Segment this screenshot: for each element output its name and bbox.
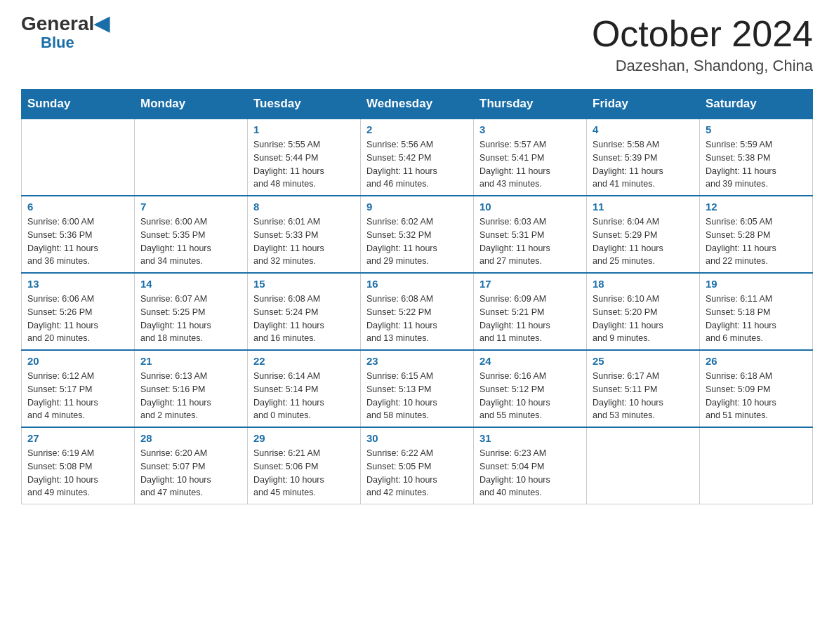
day-cell: 18Sunrise: 6:10 AMSunset: 5:20 PMDayligh… xyxy=(587,273,700,350)
day-cell xyxy=(587,427,700,504)
day-info: Sunrise: 6:08 AMSunset: 5:22 PMDaylight:… xyxy=(366,293,468,345)
day-number: 28 xyxy=(140,432,241,444)
day-cell: 5Sunrise: 5:59 AMSunset: 5:38 PMDaylight… xyxy=(700,119,813,196)
day-number: 23 xyxy=(366,355,468,367)
day-info: Sunrise: 6:09 AMSunset: 5:21 PMDaylight:… xyxy=(479,293,581,345)
day-cell: 27Sunrise: 6:19 AMSunset: 5:08 PMDayligh… xyxy=(22,427,135,504)
day-info: Sunrise: 5:55 AMSunset: 5:44 PMDaylight:… xyxy=(253,138,355,191)
day-info: Sunrise: 6:15 AMSunset: 5:13 PMDaylight:… xyxy=(366,370,468,422)
day-info: Sunrise: 6:07 AMSunset: 5:25 PMDaylight:… xyxy=(140,293,241,345)
day-number: 15 xyxy=(253,278,355,290)
day-cell: 7Sunrise: 6:00 AMSunset: 5:35 PMDaylight… xyxy=(135,196,248,273)
day-info: Sunrise: 6:02 AMSunset: 5:32 PMDaylight:… xyxy=(366,215,468,268)
day-cell: 3Sunrise: 5:57 AMSunset: 5:41 PMDaylight… xyxy=(474,119,587,196)
day-info: Sunrise: 6:13 AMSunset: 5:16 PMDaylight:… xyxy=(140,370,241,422)
day-cell: 28Sunrise: 6:20 AMSunset: 5:07 PMDayligh… xyxy=(135,427,248,504)
week-row-5: 27Sunrise: 6:19 AMSunset: 5:08 PMDayligh… xyxy=(22,427,813,504)
day-number: 6 xyxy=(27,201,128,213)
day-info: Sunrise: 6:01 AMSunset: 5:33 PMDaylight:… xyxy=(253,215,355,268)
week-row-4: 20Sunrise: 6:12 AMSunset: 5:17 PMDayligh… xyxy=(22,350,813,427)
day-info: Sunrise: 6:22 AMSunset: 5:05 PMDaylight:… xyxy=(366,447,468,499)
day-number: 9 xyxy=(366,201,468,213)
day-cell: 2Sunrise: 5:56 AMSunset: 5:42 PMDaylight… xyxy=(361,119,474,196)
logo: General◀ Blue xyxy=(21,14,110,52)
day-info: Sunrise: 5:59 AMSunset: 5:38 PMDaylight:… xyxy=(706,138,807,191)
day-number: 3 xyxy=(479,123,581,135)
day-number: 21 xyxy=(140,355,241,367)
day-info: Sunrise: 6:17 AMSunset: 5:11 PMDaylight:… xyxy=(593,370,694,422)
day-number: 19 xyxy=(706,278,807,290)
column-header-sunday: Sunday xyxy=(22,90,135,119)
day-info: Sunrise: 6:14 AMSunset: 5:14 PMDaylight:… xyxy=(253,370,355,422)
day-info: Sunrise: 6:10 AMSunset: 5:20 PMDaylight:… xyxy=(593,293,694,345)
day-number: 24 xyxy=(479,355,581,367)
page-header: General◀ Blue October 2024 Dazeshan, Sha… xyxy=(21,14,813,75)
day-cell: 17Sunrise: 6:09 AMSunset: 5:21 PMDayligh… xyxy=(474,273,587,350)
day-number: 25 xyxy=(593,355,694,367)
day-info: Sunrise: 6:03 AMSunset: 5:31 PMDaylight:… xyxy=(479,215,581,268)
day-info: Sunrise: 6:00 AMSunset: 5:35 PMDaylight:… xyxy=(140,215,241,268)
day-number: 17 xyxy=(479,278,581,290)
day-info: Sunrise: 6:21 AMSunset: 5:06 PMDaylight:… xyxy=(253,447,355,499)
day-info: Sunrise: 6:12 AMSunset: 5:17 PMDaylight:… xyxy=(27,370,128,422)
day-cell: 15Sunrise: 6:08 AMSunset: 5:24 PMDayligh… xyxy=(248,273,361,350)
day-info: Sunrise: 6:16 AMSunset: 5:12 PMDaylight:… xyxy=(479,370,581,422)
day-info: Sunrise: 6:11 AMSunset: 5:18 PMDaylight:… xyxy=(706,293,807,345)
day-number: 27 xyxy=(27,432,128,444)
day-cell: 1Sunrise: 5:55 AMSunset: 5:44 PMDaylight… xyxy=(248,119,361,196)
day-cell: 29Sunrise: 6:21 AMSunset: 5:06 PMDayligh… xyxy=(248,427,361,504)
day-number: 13 xyxy=(27,278,128,290)
day-cell: 11Sunrise: 6:04 AMSunset: 5:29 PMDayligh… xyxy=(587,196,700,273)
day-info: Sunrise: 6:06 AMSunset: 5:26 PMDaylight:… xyxy=(27,293,128,345)
day-cell: 8Sunrise: 6:01 AMSunset: 5:33 PMDaylight… xyxy=(248,196,361,273)
week-row-2: 6Sunrise: 6:00 AMSunset: 5:36 PMDaylight… xyxy=(22,196,813,273)
day-number: 30 xyxy=(366,432,468,444)
day-cell: 6Sunrise: 6:00 AMSunset: 5:36 PMDaylight… xyxy=(22,196,135,273)
day-cell: 13Sunrise: 6:06 AMSunset: 5:26 PMDayligh… xyxy=(22,273,135,350)
calendar-table: SundayMondayTuesdayWednesdayThursdayFrid… xyxy=(21,89,813,504)
column-header-monday: Monday xyxy=(135,90,248,119)
week-row-1: 1Sunrise: 5:55 AMSunset: 5:44 PMDaylight… xyxy=(22,119,813,196)
day-cell: 22Sunrise: 6:14 AMSunset: 5:14 PMDayligh… xyxy=(248,350,361,427)
day-cell xyxy=(22,119,135,196)
day-info: Sunrise: 6:08 AMSunset: 5:24 PMDaylight:… xyxy=(253,293,355,345)
column-header-wednesday: Wednesday xyxy=(361,90,474,119)
day-number: 10 xyxy=(479,201,581,213)
day-cell xyxy=(135,119,248,196)
day-number: 16 xyxy=(366,278,468,290)
column-header-thursday: Thursday xyxy=(474,90,587,119)
day-number: 29 xyxy=(253,432,355,444)
day-cell: 21Sunrise: 6:13 AMSunset: 5:16 PMDayligh… xyxy=(135,350,248,427)
day-cell: 24Sunrise: 6:16 AMSunset: 5:12 PMDayligh… xyxy=(474,350,587,427)
logo-blue-text: Blue xyxy=(41,34,74,52)
day-cell: 10Sunrise: 6:03 AMSunset: 5:31 PMDayligh… xyxy=(474,196,587,273)
day-cell: 19Sunrise: 6:11 AMSunset: 5:18 PMDayligh… xyxy=(700,273,813,350)
day-number: 7 xyxy=(140,201,241,213)
day-number: 4 xyxy=(593,123,694,135)
location-text: Dazeshan, Shandong, China xyxy=(592,57,813,75)
week-row-3: 13Sunrise: 6:06 AMSunset: 5:26 PMDayligh… xyxy=(22,273,813,350)
day-cell: 12Sunrise: 6:05 AMSunset: 5:28 PMDayligh… xyxy=(700,196,813,273)
day-info: Sunrise: 6:18 AMSunset: 5:09 PMDaylight:… xyxy=(706,370,807,422)
header-row: SundayMondayTuesdayWednesdayThursdayFrid… xyxy=(22,90,813,119)
day-cell: 20Sunrise: 6:12 AMSunset: 5:17 PMDayligh… xyxy=(22,350,135,427)
day-info: Sunrise: 6:23 AMSunset: 5:04 PMDaylight:… xyxy=(479,447,581,499)
column-header-friday: Friday xyxy=(587,90,700,119)
day-number: 5 xyxy=(706,123,807,135)
logo-general-text: General◀ xyxy=(21,14,110,34)
day-number: 8 xyxy=(253,201,355,213)
column-header-saturday: Saturday xyxy=(700,90,813,119)
day-number: 14 xyxy=(140,278,241,290)
day-info: Sunrise: 5:57 AMSunset: 5:41 PMDaylight:… xyxy=(479,138,581,191)
day-number: 31 xyxy=(479,432,581,444)
day-cell: 25Sunrise: 6:17 AMSunset: 5:11 PMDayligh… xyxy=(587,350,700,427)
column-header-tuesday: Tuesday xyxy=(248,90,361,119)
day-cell: 9Sunrise: 6:02 AMSunset: 5:32 PMDaylight… xyxy=(361,196,474,273)
day-info: Sunrise: 5:56 AMSunset: 5:42 PMDaylight:… xyxy=(366,138,468,191)
day-info: Sunrise: 5:58 AMSunset: 5:39 PMDaylight:… xyxy=(593,138,694,191)
day-number: 12 xyxy=(706,201,807,213)
day-number: 22 xyxy=(253,355,355,367)
day-number: 1 xyxy=(253,123,355,135)
logo-triangle-icon: ◀ xyxy=(94,13,110,34)
day-info: Sunrise: 6:19 AMSunset: 5:08 PMDaylight:… xyxy=(27,447,128,499)
